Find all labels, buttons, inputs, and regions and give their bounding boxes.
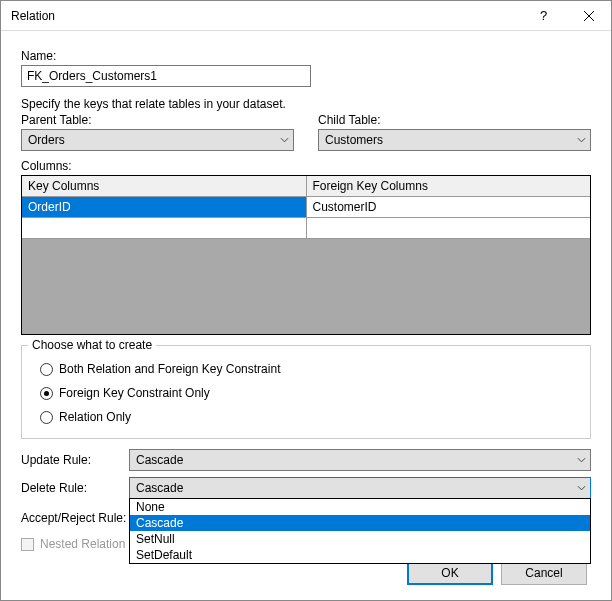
- radio-icon: [40, 387, 53, 400]
- chevron-down-icon: [577, 484, 586, 493]
- fk-columns-header: Foreign Key Columns: [307, 176, 591, 196]
- parent-table-combo[interactable]: Orders: [21, 129, 294, 151]
- table-row[interactable]: OrderID CustomerID: [22, 197, 590, 218]
- chevron-down-icon: [577, 456, 586, 465]
- radio-relation-only[interactable]: Relation Only: [40, 408, 580, 426]
- chevron-down-icon: [280, 136, 289, 145]
- parent-table-value: Orders: [28, 133, 65, 147]
- radio-label: Relation Only: [59, 410, 131, 424]
- fk-column-cell[interactable]: [307, 218, 591, 238]
- columns-grid[interactable]: Key Columns Foreign Key Columns OrderID …: [21, 175, 591, 335]
- name-label: Name:: [21, 49, 591, 63]
- fk-column-cell[interactable]: CustomerID: [307, 197, 591, 217]
- create-legend: Choose what to create: [28, 338, 156, 352]
- key-column-cell[interactable]: [22, 218, 307, 238]
- nested-relation-label: Nested Relation: [40, 537, 125, 551]
- update-rule-value: Cascade: [136, 453, 183, 467]
- nested-relation-checkbox: [21, 538, 34, 551]
- name-input[interactable]: [21, 65, 311, 87]
- dropdown-option[interactable]: None: [130, 499, 590, 515]
- radio-icon: [40, 363, 53, 376]
- dropdown-option[interactable]: SetDefault: [130, 547, 590, 563]
- cancel-button[interactable]: Cancel: [501, 561, 587, 585]
- help-button[interactable]: ?: [521, 1, 566, 31]
- update-rule-row: Update Rule: Cascade: [21, 449, 591, 471]
- child-table-label: Child Table:: [318, 113, 591, 127]
- radio-icon: [40, 411, 53, 424]
- chevron-down-icon: [577, 136, 586, 145]
- dropdown-option[interactable]: Cascade: [130, 515, 590, 531]
- columns-header-row: Key Columns Foreign Key Columns: [22, 176, 590, 197]
- key-column-cell[interactable]: OrderID: [22, 197, 307, 217]
- tables-row: Parent Table: Orders Child Table: Custom…: [21, 113, 591, 151]
- child-table-value: Customers: [325, 133, 383, 147]
- create-groupbox: Choose what to create Both Relation and …: [21, 345, 591, 439]
- delete-rule-combo[interactable]: Cascade: [129, 477, 591, 499]
- columns-label: Columns:: [21, 159, 591, 173]
- dropdown-option[interactable]: SetNull: [130, 531, 590, 547]
- child-table-combo[interactable]: Customers: [318, 129, 591, 151]
- delete-rule-row: Delete Rule: Cascade None Cascade SetNul…: [21, 477, 591, 499]
- window-title: Relation: [1, 9, 521, 23]
- close-button[interactable]: [566, 1, 611, 31]
- radio-fk-only[interactable]: Foreign Key Constraint Only: [40, 384, 580, 402]
- table-row[interactable]: [22, 218, 590, 239]
- radio-label: Foreign Key Constraint Only: [59, 386, 210, 400]
- dialog-content: Name: Specify the keys that relate table…: [1, 31, 611, 597]
- hint-text: Specify the keys that relate tables in y…: [21, 97, 591, 111]
- delete-rule-label: Delete Rule:: [21, 481, 129, 495]
- delete-rule-dropdown[interactable]: None Cascade SetNull SetDefault: [129, 498, 591, 564]
- button-row: OK Cancel: [21, 561, 591, 585]
- close-icon: [584, 11, 594, 21]
- delete-rule-value: Cascade: [136, 481, 183, 495]
- accept-reject-label: Accept/Reject Rule:: [21, 511, 129, 525]
- ok-button[interactable]: OK: [407, 561, 493, 585]
- update-rule-combo[interactable]: Cascade: [129, 449, 591, 471]
- parent-table-label: Parent Table:: [21, 113, 294, 127]
- update-rule-label: Update Rule:: [21, 453, 129, 467]
- radio-both[interactable]: Both Relation and Foreign Key Constraint: [40, 360, 580, 378]
- key-columns-header: Key Columns: [22, 176, 307, 196]
- title-bar: Relation ?: [1, 1, 611, 31]
- radio-label: Both Relation and Foreign Key Constraint: [59, 362, 280, 376]
